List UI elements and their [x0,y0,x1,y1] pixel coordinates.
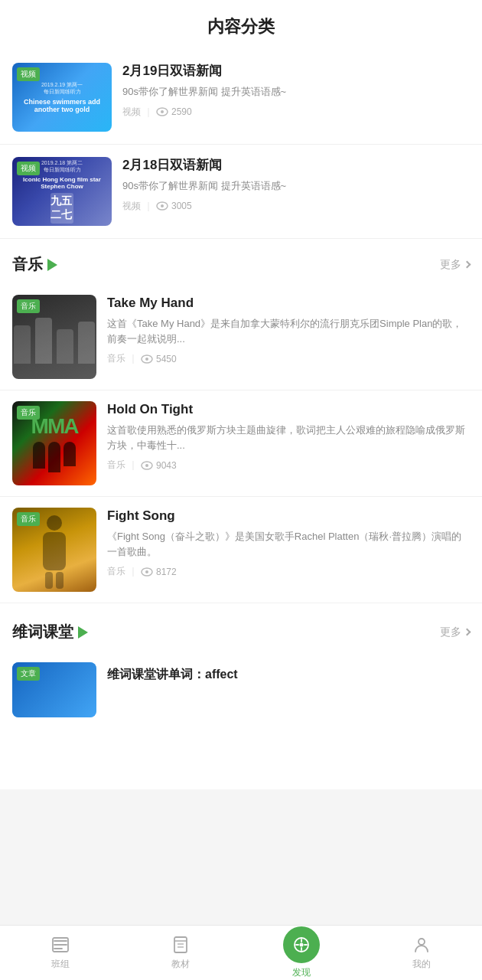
weici-title-1: 维词课堂讲单词：affect [107,667,470,683]
weici-item-1[interactable]: 文章 维词课堂讲单词：affect [0,652,482,728]
class-icon [50,935,70,955]
music-title-3: Fight Song [107,508,470,524]
page-container: 内容分类 2019.2.19 第两一每日新闻练听力 Chinese swimme… [0,0,482,789]
weici-section-header: 维词课堂 更多 [0,606,482,652]
music-type-3: 音乐 [107,565,125,578]
music-meta-2: 音乐 ｜ 9043 [107,459,470,472]
nav-label-class: 班组 [51,958,70,971]
svg-point-7 [145,464,148,467]
svg-point-3 [161,204,164,207]
video-meta-2: 视频 ｜ 3005 [122,200,470,213]
music-thumb-3: 音乐 [12,508,96,592]
video-desc-2: 90s带你了解世界新闻 提升英语语感~ [122,178,470,194]
svg-point-9 [145,570,148,573]
weici-info-1: 维词课堂讲单词：affect [107,662,470,688]
weici-chevron-icon [464,629,471,636]
music-section-title: 音乐 [12,254,43,275]
music-item-3[interactable]: 音乐 Fight Song 《Fight Song（奋斗之歌）》是美国女歌手Ra… [0,497,482,603]
nav-item-discover[interactable]: 发现 [241,926,362,979]
video-title-1: 2月19日双语新闻 [122,63,470,80]
video-title-2: 2月18日双语新闻 [122,157,470,174]
music-info-3: Fight Song 《Fight Song（奋斗之歌）》是美国女歌手Rache… [107,508,470,578]
nav-label-discover: 发现 [292,966,311,979]
nav-item-mine[interactable]: 我的 [362,935,483,971]
page-title: 内容分类 [207,17,275,36]
weici-section-title: 维词课堂 [12,622,73,642]
eye-icon [156,106,168,118]
mine-icon [412,935,432,955]
weici-play-icon [78,626,88,639]
music-views-1: 5450 [156,354,177,364]
svg-point-5 [145,358,148,361]
music-info-2: Hold On Tight 这首歌使用熟悉的俄罗斯方块主题曲旋律，歌词把主人公艰… [107,401,470,472]
nav-item-textbook[interactable]: 教材 [121,935,242,971]
svg-point-17 [418,939,425,945]
video-thumb-1: 2019.2.19 第两一每日新闻练听力 Chinese swimmers ad… [12,63,112,132]
content-area: 2019.2.19 第两一每日新闻练听力 Chinese swimmers ad… [0,51,482,789]
music-title-wrap: 音乐 [12,254,57,275]
textbook-icon [171,935,191,955]
video-views-2: 3005 [171,201,192,211]
eye-icon-5 [141,566,153,578]
nav-label-mine: 我的 [412,958,431,971]
music-views-2: 9043 [156,460,177,471]
nav-item-class[interactable]: 班组 [0,935,121,971]
weici-thumb-1: 文章 [12,662,96,717]
music-chevron-icon [464,261,471,269]
music-section-header: 音乐 更多 [0,239,482,284]
music-meta-1: 音乐 ｜ 5450 [107,352,470,365]
music-title-2: Hold On Tight [107,401,470,418]
music-more-label: 更多 [440,258,461,272]
svg-point-1 [161,110,164,113]
video-type-2: 视频 [122,200,141,213]
discover-circle [283,926,320,963]
music-type-1: 音乐 [107,352,125,365]
music-thumb-2: MMA 音乐 [12,401,96,485]
music-tag-2: 音乐 [17,406,40,420]
video-info-2: 2月18日双语新闻 90s带你了解世界新闻 提升英语语感~ 视频 ｜ 3005 [122,157,470,213]
music-thumb-1: 音乐 [12,295,96,379]
music-item-1[interactable]: 音乐 Take My Hand 这首《Take My Hand》是来自加拿大蒙特… [0,284,482,390]
video-item-2[interactable]: 2019.2.18 第两二每日新闻练听力 Iconic Hong Kong fi… [0,145,482,239]
music-title-1: Take My Hand [107,295,470,312]
nav-label-textbook: 教材 [171,958,190,971]
eye-icon-3 [141,353,153,365]
eye-icon-4 [141,459,153,472]
music-more-link[interactable]: 更多 [440,258,470,272]
music-type-2: 音乐 [107,459,125,472]
music-meta-3: 音乐 ｜ 8172 [107,565,470,578]
svg-point-16 [299,943,303,947]
music-views-3: 8172 [156,567,177,577]
music-desc-3: 《Fight Song（奋斗之歌）》是美国女歌手Rachel Platten（瑞… [107,529,470,559]
video-meta-1: 视频 ｜ 2590 [122,106,470,119]
video-tag-1: 视频 [17,67,40,81]
video-views-1: 2590 [171,106,192,117]
weici-tag-1: 文章 [17,667,40,681]
video-desc-1: 90s带你了解世界新闻 提升英语语感~ [122,84,470,100]
video-item-1[interactable]: 2019.2.19 第两一每日新闻练听力 Chinese swimmers ad… [0,51,482,145]
video-tag-2: 视频 [17,162,40,175]
page-header: 内容分类 [0,0,482,51]
bottom-nav: 班组 教材 发现 [0,925,482,980]
video-thumb-2: 2019.2.18 第两二每日新闻练听力 Iconic Hong Kong fi… [12,157,112,226]
music-desc-2: 这首歌使用熟悉的俄罗斯方块主题曲旋律，歌词把主人公艰难的旅程隐喻成俄罗斯方块，中… [107,423,470,452]
music-tag-1: 音乐 [17,299,40,313]
weici-title-wrap: 维词课堂 [12,622,88,642]
music-tag-3: 音乐 [17,512,40,526]
music-play-icon [47,259,57,271]
music-item-2[interactable]: MMA 音乐 Hold On Tight 这首歌使用熟悉的俄罗斯方块主题曲旋律，… [0,390,482,497]
weici-more-link[interactable]: 更多 [440,626,470,639]
video-info-1: 2月19日双语新闻 90s带你了解世界新闻 提升英语语感~ 视频 ｜ 2590 [122,63,470,119]
svg-rect-11 [174,937,187,952]
video-type-1: 视频 [122,106,141,119]
eye-icon-2 [156,200,168,212]
weici-more-label: 更多 [440,626,461,639]
music-info-1: Take My Hand 这首《Take My Hand》是来自加拿大蒙特利尔的… [107,295,470,365]
music-desc-1: 这首《Take My Hand》是来自加拿大蒙特利尔的流行朋克乐团Simple … [107,316,470,346]
